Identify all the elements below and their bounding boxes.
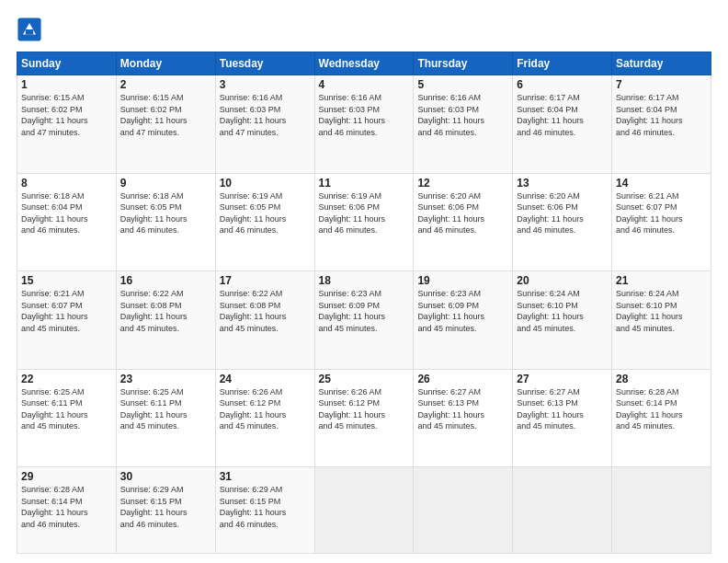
day-info: Sunrise: 6:26 AMSunset: 6:12 PMDaylight:… <box>319 386 410 432</box>
week-row-1: 1Sunrise: 6:15 AMSunset: 6:02 PMDaylight… <box>17 75 711 174</box>
day-info: Sunrise: 6:15 AMSunset: 6:02 PMDaylight:… <box>21 92 112 138</box>
header-cell-friday: Friday <box>513 52 612 75</box>
day-number: 7 <box>616 78 707 91</box>
day-info: Sunrise: 6:18 AMSunset: 6:04 PMDaylight:… <box>21 190 112 236</box>
day-cell: 24Sunrise: 6:26 AMSunset: 6:12 PMDayligh… <box>215 369 314 467</box>
day-cell: 6Sunrise: 6:17 AMSunset: 6:04 PMDaylight… <box>513 75 612 174</box>
day-info: Sunrise: 6:21 AMSunset: 6:07 PMDaylight:… <box>21 288 112 334</box>
day-number: 16 <box>120 274 211 287</box>
day-cell: 3Sunrise: 6:16 AMSunset: 6:03 PMDaylight… <box>215 75 314 174</box>
week-row-3: 15Sunrise: 6:21 AMSunset: 6:07 PMDayligh… <box>17 271 711 370</box>
day-number: 27 <box>517 373 608 385</box>
day-number: 26 <box>417 373 508 385</box>
day-cell: 12Sunrise: 6:20 AMSunset: 6:06 PMDayligh… <box>414 173 513 271</box>
day-number: 15 <box>21 274 112 287</box>
day-info: Sunrise: 6:24 AMSunset: 6:10 PMDaylight:… <box>517 288 608 334</box>
day-info: Sunrise: 6:16 AMSunset: 6:03 PMDaylight:… <box>417 92 508 138</box>
day-cell: 7Sunrise: 6:17 AMSunset: 6:04 PMDaylight… <box>612 75 711 174</box>
day-number: 13 <box>517 177 608 190</box>
header-cell-sunday: Sunday <box>17 52 117 75</box>
day-cell <box>612 467 711 554</box>
day-info: Sunrise: 6:19 AMSunset: 6:06 PMDaylight:… <box>319 190 410 236</box>
day-cell: 22Sunrise: 6:25 AMSunset: 6:11 PMDayligh… <box>17 369 117 467</box>
day-cell: 11Sunrise: 6:19 AMSunset: 6:06 PMDayligh… <box>314 173 414 271</box>
header-cell-thursday: Thursday <box>414 52 513 75</box>
day-number: 19 <box>417 274 508 287</box>
day-number: 6 <box>517 78 608 91</box>
day-number: 31 <box>220 470 311 483</box>
day-info: Sunrise: 6:28 AMSunset: 6:14 PMDaylight:… <box>21 484 112 530</box>
day-number: 21 <box>616 274 707 287</box>
day-cell: 16Sunrise: 6:22 AMSunset: 6:08 PMDayligh… <box>116 271 215 370</box>
day-number: 5 <box>417 78 508 91</box>
day-number: 2 <box>120 78 211 91</box>
page: SundayMondayTuesdayWednesdayThursdayFrid… <box>0 0 728 563</box>
day-cell: 31Sunrise: 6:29 AMSunset: 6:15 PMDayligh… <box>215 467 314 554</box>
day-number: 18 <box>319 274 410 287</box>
day-info: Sunrise: 6:17 AMSunset: 6:04 PMDaylight:… <box>517 92 608 138</box>
day-number: 28 <box>616 373 707 385</box>
calendar-table: SundayMondayTuesdayWednesdayThursdayFrid… <box>17 52 711 554</box>
day-cell: 2Sunrise: 6:15 AMSunset: 6:02 PMDaylight… <box>116 75 215 174</box>
day-number: 12 <box>417 177 508 190</box>
day-number: 10 <box>220 177 311 190</box>
week-row-2: 8Sunrise: 6:18 AMSunset: 6:04 PMDaylight… <box>17 173 711 271</box>
day-cell: 29Sunrise: 6:28 AMSunset: 6:14 PMDayligh… <box>17 467 117 554</box>
day-number: 14 <box>616 177 707 190</box>
day-cell: 10Sunrise: 6:19 AMSunset: 6:05 PMDayligh… <box>215 173 314 271</box>
day-info: Sunrise: 6:21 AMSunset: 6:07 PMDaylight:… <box>616 190 707 236</box>
day-cell: 1Sunrise: 6:15 AMSunset: 6:02 PMDaylight… <box>17 75 117 174</box>
day-cell: 27Sunrise: 6:27 AMSunset: 6:13 PMDayligh… <box>513 369 612 467</box>
day-cell: 14Sunrise: 6:21 AMSunset: 6:07 PMDayligh… <box>612 173 711 271</box>
day-info: Sunrise: 6:17 AMSunset: 6:04 PMDaylight:… <box>616 92 707 138</box>
day-number: 11 <box>319 177 410 190</box>
day-number: 9 <box>120 177 211 190</box>
day-cell: 13Sunrise: 6:20 AMSunset: 6:06 PMDayligh… <box>513 173 612 271</box>
day-number: 22 <box>21 373 112 385</box>
day-cell: 28Sunrise: 6:28 AMSunset: 6:14 PMDayligh… <box>612 369 711 467</box>
day-info: Sunrise: 6:18 AMSunset: 6:05 PMDaylight:… <box>120 190 211 236</box>
day-cell <box>314 467 414 554</box>
day-info: Sunrise: 6:29 AMSunset: 6:15 PMDaylight:… <box>220 484 311 530</box>
day-cell: 9Sunrise: 6:18 AMSunset: 6:05 PMDaylight… <box>116 173 215 271</box>
day-number: 23 <box>120 373 211 385</box>
day-cell: 5Sunrise: 6:16 AMSunset: 6:03 PMDaylight… <box>414 75 513 174</box>
day-info: Sunrise: 6:22 AMSunset: 6:08 PMDaylight:… <box>220 288 311 334</box>
header-cell-tuesday: Tuesday <box>215 52 314 75</box>
day-info: Sunrise: 6:20 AMSunset: 6:06 PMDaylight:… <box>417 190 508 236</box>
day-info: Sunrise: 6:20 AMSunset: 6:06 PMDaylight:… <box>517 190 608 236</box>
day-number: 25 <box>319 373 410 385</box>
day-info: Sunrise: 6:27 AMSunset: 6:13 PMDaylight:… <box>417 386 508 432</box>
day-cell: 21Sunrise: 6:24 AMSunset: 6:10 PMDayligh… <box>612 271 711 370</box>
day-info: Sunrise: 6:28 AMSunset: 6:14 PMDaylight:… <box>616 386 707 432</box>
day-number: 17 <box>220 274 311 287</box>
day-number: 24 <box>220 373 311 385</box>
day-info: Sunrise: 6:23 AMSunset: 6:09 PMDaylight:… <box>417 288 508 334</box>
day-info: Sunrise: 6:24 AMSunset: 6:10 PMDaylight:… <box>616 288 707 334</box>
day-cell <box>513 467 612 554</box>
day-number: 1 <box>21 78 112 91</box>
week-row-4: 22Sunrise: 6:25 AMSunset: 6:11 PMDayligh… <box>17 369 711 467</box>
header-cell-wednesday: Wednesday <box>314 52 414 75</box>
day-info: Sunrise: 6:25 AMSunset: 6:11 PMDaylight:… <box>21 386 112 432</box>
day-cell: 18Sunrise: 6:23 AMSunset: 6:09 PMDayligh… <box>314 271 414 370</box>
header-cell-monday: Monday <box>116 52 215 75</box>
day-number: 4 <box>319 78 410 91</box>
header-row: SundayMondayTuesdayWednesdayThursdayFrid… <box>17 52 711 75</box>
header-cell-saturday: Saturday <box>612 52 711 75</box>
day-info: Sunrise: 6:25 AMSunset: 6:11 PMDaylight:… <box>120 386 211 432</box>
day-info: Sunrise: 6:16 AMSunset: 6:03 PMDaylight:… <box>319 92 410 138</box>
day-number: 8 <box>21 177 112 190</box>
day-cell: 17Sunrise: 6:22 AMSunset: 6:08 PMDayligh… <box>215 271 314 370</box>
day-number: 29 <box>21 470 112 483</box>
svg-rect-2 <box>26 29 33 35</box>
day-cell: 26Sunrise: 6:27 AMSunset: 6:13 PMDayligh… <box>414 369 513 467</box>
logo <box>17 17 46 42</box>
day-cell: 15Sunrise: 6:21 AMSunset: 6:07 PMDayligh… <box>17 271 117 370</box>
day-cell: 30Sunrise: 6:29 AMSunset: 6:15 PMDayligh… <box>116 467 215 554</box>
day-cell: 4Sunrise: 6:16 AMSunset: 6:03 PMDaylight… <box>314 75 414 174</box>
day-cell: 25Sunrise: 6:26 AMSunset: 6:12 PMDayligh… <box>314 369 414 467</box>
day-info: Sunrise: 6:26 AMSunset: 6:12 PMDaylight:… <box>220 386 311 432</box>
day-cell: 8Sunrise: 6:18 AMSunset: 6:04 PMDaylight… <box>17 173 117 271</box>
logo-icon <box>17 17 42 42</box>
